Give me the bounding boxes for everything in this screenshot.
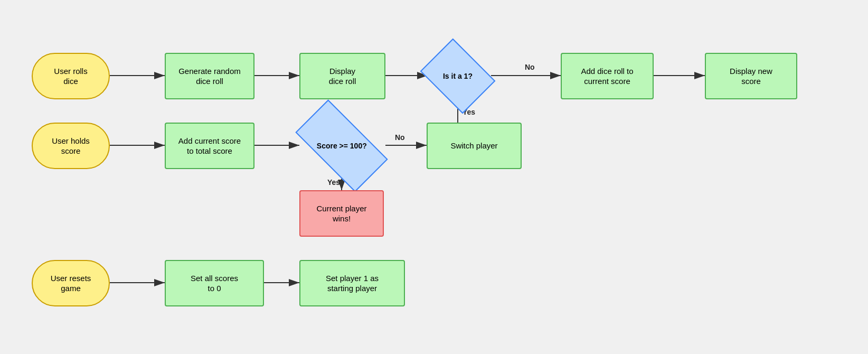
user-holds-score: User holds score — [32, 123, 110, 169]
add-current-total: Add current score to total score — [165, 123, 254, 169]
flowchart: No Yes No Yes User rolls dice Generate r… — [0, 0, 868, 354]
yes-label-2: Yes — [327, 178, 340, 187]
switch-player: Switch player — [427, 123, 522, 169]
is-it-1-diamond: Is it a 1? — [420, 39, 496, 114]
add-dice-roll-score: Add dice roll to current score — [561, 53, 654, 99]
user-rolls-dice: User rolls dice — [32, 53, 110, 99]
current-player-wins: Current player wins! — [299, 190, 384, 237]
no-label-1: No — [525, 63, 535, 71]
display-dice-roll: Display dice roll — [299, 53, 385, 99]
set-player-1: Set player 1 as starting player — [299, 260, 405, 306]
display-new-score: Display new score — [705, 53, 797, 99]
score-100-diamond: Score >= 100? — [295, 99, 388, 192]
set-all-scores: Set all scores to 0 — [165, 260, 264, 306]
user-resets-game: User resets game — [32, 260, 110, 306]
generate-random-dice: Generate random dice roll — [165, 53, 254, 99]
no-label-2: No — [395, 133, 405, 142]
